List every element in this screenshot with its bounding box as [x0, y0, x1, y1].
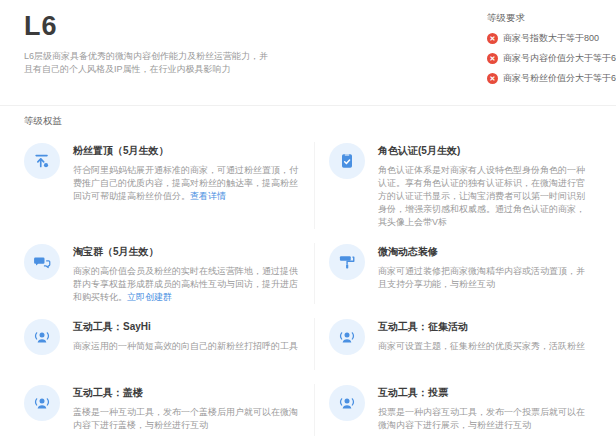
pin-top-icon [24, 143, 60, 179]
benefit-desc-text: 符合阿里妈妈钻展开通标准的商家，可通过粉丝置顶，付费推广自己的优质内容，提高对粉… [73, 165, 298, 201]
person-waves-icon [329, 319, 365, 355]
benefit-card-fans-pin: 粉丝置顶（5月生效） 符合阿里妈妈钻展开通标准的商家，可通过粉丝置顶，付费推广自… [24, 142, 302, 229]
benefit-desc-text: 盖楼是一种互动工具，发布一个盖楼后用户就可以在微淘内容下进行盖楼，与粉丝进行互动 [73, 407, 298, 430]
benefit-description: 商家可通过装修把商家微淘精华内容或活动置顶，并且支持分享功能，与粉丝互动 [378, 265, 592, 291]
benefit-description: 符合阿里妈妈钻展开通标准的商家，可通过粉丝置顶，付费推广自己的优质内容，提高对粉… [73, 164, 302, 203]
fail-cross-icon: ✕ [487, 53, 498, 64]
benefits-grid: 粉丝置顶（5月生效） 符合阿里妈妈钻展开通标准的商家，可通过粉丝置顶，付费推广自… [24, 142, 592, 437]
requirement-label: 商家号指数大于等于800 [503, 32, 599, 45]
requirement-label: 商家号内容价值分大于等于600 [503, 52, 616, 65]
benefit-description: 商家运用的一种简短高效的向自己的新粉丝打招呼的工具 [73, 340, 302, 353]
benefit-card-weitao-decoration: 微淘动态装修 商家可通过装修把商家微淘精华内容或活动置顶，并且支持分享功能，与粉… [314, 243, 592, 304]
badge-check-icon [329, 143, 365, 179]
benefit-desc-text: 商家运用的一种简短高效的向自己的新粉丝打招呼的工具 [73, 341, 298, 351]
requirement-item: ✕ 商家号指数大于等于800 [487, 32, 612, 45]
person-waves-icon [329, 385, 365, 421]
benefit-card-collection: 互动工具：征集活动 商家可设置主题，征集粉丝的优质买家秀，活跃粉丝 [314, 318, 592, 370]
benefit-title: 互动工具：SayHi [73, 320, 302, 334]
benefit-desc-text: 商家可设置主题，征集粉丝的优质买家秀，活跃粉丝 [378, 341, 585, 351]
benefit-description: 盖楼是一种互动工具，发布一个盖楼后用户就可以在微淘内容下进行盖楼，与粉丝进行互动 [73, 406, 302, 432]
requirement-item: ✕ 商家号粉丝价值分大于等于600 [487, 72, 612, 85]
benefit-desc-text: 角色认证体系是对商家有人设特色型身份角色的一种认证。享有角色认证的独有认证标识，… [378, 165, 585, 227]
benefit-description: 商家可设置主题，征集粉丝的优质买家秀，活跃粉丝 [378, 340, 592, 353]
benefits-section: 等级权益 粉丝置顶（5月生效） 符合阿里妈妈钻展开通标准的商家，可通过粉丝置顶，… [0, 115, 616, 437]
requirement-label: 商家号粉丝价值分大于等于600 [503, 72, 616, 85]
benefit-title: 淘宝群（5月生效） [73, 245, 302, 259]
benefit-title: 互动工具：投票 [378, 386, 592, 400]
benefit-card-floor-building: 互动工具：盖楼 盖楼是一种互动工具，发布一个盖楼后用户就可以在微淘内容下进行盖楼… [24, 384, 302, 436]
benefit-desc-text: 投票是一种内容互动工具，发布一个投票后就可以在微淘内容下进行展示，与粉丝进行互动 [378, 407, 585, 430]
benefit-title: 互动工具：征集活动 [378, 320, 592, 334]
fail-cross-icon: ✕ [487, 33, 498, 44]
benefit-card-taobao-group: 淘宝群（5月生效） 商家的高价值会员及粉丝的实时在线运营阵地，通过提供群内专享权… [24, 243, 302, 304]
requirements-panel: 等级要求 ✕ 商家号指数大于等于800 ✕ 商家号内容价值分大于等于600 ✕ … [487, 12, 612, 85]
level-description: L6层级商家具备优秀的微淘内容创作能力及粉丝运营能力，并且有自己的个人风格及IP… [24, 50, 274, 76]
benefit-card-sayhi: 互动工具：SayHi 商家运用的一种简短高效的向自己的新粉丝打招呼的工具 [24, 318, 302, 370]
create-group-link[interactable]: 立即创建群 [127, 292, 172, 302]
chat-icon [24, 244, 60, 280]
page-header: L6 L6层级商家具备优秀的微淘内容创作能力及粉丝运营能力，并且有自己的个人风格… [0, 0, 616, 106]
benefits-heading: 等级权益 [24, 115, 592, 128]
benefit-card-voting: 互动工具：投票 投票是一种内容互动工具，发布一个投票后就可以在微淘内容下进行展示… [314, 384, 592, 436]
benefit-card-role-cert: 角色认证(5月生效) 角色认证体系是对商家有人设特色型身份角色的一种认证。享有角… [314, 142, 592, 229]
person-waves-icon [24, 385, 60, 421]
benefit-description: 角色认证体系是对商家有人设特色型身份角色的一种认证。享有角色认证的独有认证标识，… [378, 164, 592, 229]
requirement-item: ✕ 商家号内容价值分大于等于600 [487, 52, 612, 65]
requirements-heading: 等级要求 [487, 12, 612, 25]
benefit-desc-text: 商家可通过装修把商家微淘精华内容或活动置顶，并且支持分享功能，与粉丝互动 [378, 266, 585, 289]
benefit-title: 微淘动态装修 [378, 245, 592, 259]
view-details-link[interactable]: 查看详情 [190, 191, 226, 201]
paint-roller-icon [329, 244, 365, 280]
benefit-title: 粉丝置顶（5月生效） [73, 144, 302, 158]
benefit-description: 商家的高价值会员及粉丝的实时在线运营阵地，通过提供群内专享权益形成群成员的高粘性… [73, 265, 302, 304]
benefit-desc-text: 商家的高价值会员及粉丝的实时在线运营阵地，通过提供群内专享权益形成群成员的高粘性… [73, 266, 298, 302]
benefit-description: 投票是一种内容互动工具，发布一个投票后就可以在微淘内容下进行展示，与粉丝进行互动 [378, 406, 592, 432]
benefit-title: 角色认证(5月生效) [378, 144, 592, 158]
fail-cross-icon: ✕ [487, 73, 498, 84]
person-waves-icon [24, 319, 60, 355]
benefit-title: 互动工具：盖楼 [73, 386, 302, 400]
